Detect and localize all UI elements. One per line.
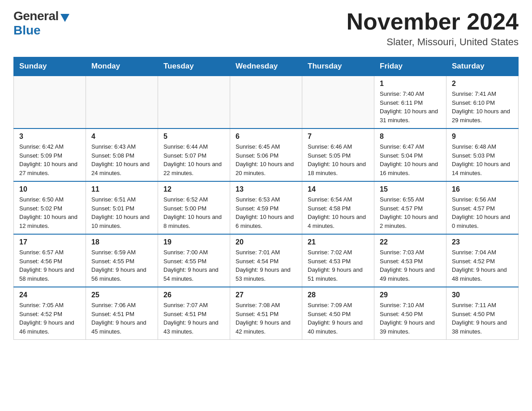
calendar-cell: 25Sunrise: 7:06 AM Sunset: 4:51 PM Dayli…: [86, 287, 158, 340]
logo-general-text: General: [13, 9, 59, 23]
day-number: 3: [19, 133, 80, 141]
logo: General Blue: [13, 9, 69, 38]
day-number: 14: [308, 185, 369, 193]
day-info: Sunrise: 6:55 AM Sunset: 4:57 PM Dayligh…: [380, 195, 441, 230]
day-number: 4: [91, 133, 152, 141]
day-info: Sunrise: 6:57 AM Sunset: 4:56 PM Dayligh…: [19, 248, 80, 283]
day-number: 6: [236, 133, 296, 141]
calendar-cell: 12Sunrise: 6:52 AM Sunset: 5:00 PM Dayli…: [158, 181, 230, 234]
calendar-cell: 30Sunrise: 7:11 AM Sunset: 4:50 PM Dayli…: [446, 287, 519, 340]
calendar-cell: 3Sunrise: 6:42 AM Sunset: 5:09 PM Daylig…: [14, 128, 86, 181]
calendar-cell: 27Sunrise: 7:08 AM Sunset: 4:51 PM Dayli…: [230, 287, 302, 340]
calendar-cell: 16Sunrise: 6:56 AM Sunset: 4:57 PM Dayli…: [446, 181, 519, 234]
day-info: Sunrise: 7:04 AM Sunset: 4:52 PM Dayligh…: [452, 248, 513, 283]
day-number: 18: [91, 238, 152, 246]
logo-blue-text: Blue: [13, 23, 41, 38]
header-sunday: Sunday: [14, 57, 86, 76]
day-number: 1: [380, 80, 441, 88]
day-info: Sunrise: 6:52 AM Sunset: 5:00 PM Dayligh…: [163, 195, 224, 230]
calendar-cell: 14Sunrise: 6:54 AM Sunset: 4:58 PM Dayli…: [302, 181, 374, 234]
day-number: 7: [308, 133, 369, 141]
calendar-header: SundayMondayTuesdayWednesdayThursdayFrid…: [14, 57, 519, 76]
calendar-cell: 20Sunrise: 7:01 AM Sunset: 4:54 PM Dayli…: [230, 234, 302, 287]
day-number: 21: [308, 238, 369, 246]
day-info: Sunrise: 6:50 AM Sunset: 5:02 PM Dayligh…: [19, 195, 80, 230]
calendar-cell: [302, 76, 374, 128]
calendar-body: 1Sunrise: 7:40 AM Sunset: 6:11 PM Daylig…: [14, 76, 519, 340]
calendar-cell: 9Sunrise: 6:48 AM Sunset: 5:03 PM Daylig…: [446, 128, 519, 181]
calendar-cell: [86, 76, 158, 128]
day-info: Sunrise: 7:08 AM Sunset: 4:51 PM Dayligh…: [236, 301, 296, 336]
header-thursday: Thursday: [302, 57, 374, 76]
header-friday: Friday: [374, 57, 446, 76]
calendar-cell: 2Sunrise: 7:41 AM Sunset: 6:10 PM Daylig…: [446, 76, 519, 128]
day-info: Sunrise: 6:51 AM Sunset: 5:01 PM Dayligh…: [91, 195, 152, 230]
day-number: 28: [308, 291, 369, 299]
day-info: Sunrise: 7:03 AM Sunset: 4:53 PM Dayligh…: [380, 248, 441, 283]
calendar-cell: 8Sunrise: 6:47 AM Sunset: 5:04 PM Daylig…: [374, 128, 446, 181]
header-saturday: Saturday: [446, 57, 519, 76]
day-info: Sunrise: 6:56 AM Sunset: 4:57 PM Dayligh…: [452, 195, 513, 230]
day-info: Sunrise: 7:09 AM Sunset: 4:50 PM Dayligh…: [308, 301, 369, 336]
calendar-week-4: 17Sunrise: 6:57 AM Sunset: 4:56 PM Dayli…: [14, 234, 519, 287]
calendar-cell: 17Sunrise: 6:57 AM Sunset: 4:56 PM Dayli…: [14, 234, 86, 287]
calendar-cell: 29Sunrise: 7:10 AM Sunset: 4:50 PM Dayli…: [374, 287, 446, 340]
day-number: 17: [19, 238, 80, 246]
day-info: Sunrise: 6:48 AM Sunset: 5:03 PM Dayligh…: [452, 142, 513, 177]
calendar-cell: 18Sunrise: 6:59 AM Sunset: 4:55 PM Dayli…: [86, 234, 158, 287]
day-info: Sunrise: 7:10 AM Sunset: 4:50 PM Dayligh…: [380, 301, 441, 336]
month-title: November 2024: [347, 9, 519, 34]
header-wednesday: Wednesday: [230, 57, 302, 76]
header-monday: Monday: [86, 57, 158, 76]
day-info: Sunrise: 7:05 AM Sunset: 4:52 PM Dayligh…: [19, 301, 80, 336]
calendar-cell: 19Sunrise: 7:00 AM Sunset: 4:55 PM Dayli…: [158, 234, 230, 287]
day-info: Sunrise: 6:42 AM Sunset: 5:09 PM Dayligh…: [19, 142, 80, 177]
location-subtitle: Slater, Missouri, United States: [347, 36, 519, 48]
calendar-cell: 7Sunrise: 6:46 AM Sunset: 5:05 PM Daylig…: [302, 128, 374, 181]
day-number: 26: [163, 291, 224, 299]
calendar-header-row: SundayMondayTuesdayWednesdayThursdayFrid…: [14, 57, 519, 76]
day-number: 25: [91, 291, 152, 299]
day-number: 11: [91, 185, 152, 193]
day-info: Sunrise: 6:47 AM Sunset: 5:04 PM Dayligh…: [380, 142, 441, 177]
day-info: Sunrise: 6:45 AM Sunset: 5:06 PM Dayligh…: [236, 142, 296, 177]
calendar-cell: 24Sunrise: 7:05 AM Sunset: 4:52 PM Dayli…: [14, 287, 86, 340]
day-info: Sunrise: 7:01 AM Sunset: 4:54 PM Dayligh…: [236, 248, 296, 283]
day-number: 13: [236, 185, 296, 193]
day-number: 29: [380, 291, 441, 299]
calendar-cell: 28Sunrise: 7:09 AM Sunset: 4:50 PM Dayli…: [302, 287, 374, 340]
day-number: 27: [236, 291, 296, 299]
calendar-cell: [158, 76, 230, 128]
calendar-cell: 1Sunrise: 7:40 AM Sunset: 6:11 PM Daylig…: [374, 76, 446, 128]
day-info: Sunrise: 6:59 AM Sunset: 4:55 PM Dayligh…: [91, 248, 152, 283]
calendar-cell: [230, 76, 302, 128]
calendar-week-5: 24Sunrise: 7:05 AM Sunset: 4:52 PM Dayli…: [14, 287, 519, 340]
day-info: Sunrise: 7:02 AM Sunset: 4:53 PM Dayligh…: [308, 248, 369, 283]
day-info: Sunrise: 7:11 AM Sunset: 4:50 PM Dayligh…: [452, 301, 513, 336]
calendar-week-1: 1Sunrise: 7:40 AM Sunset: 6:11 PM Daylig…: [14, 76, 519, 128]
day-info: Sunrise: 6:46 AM Sunset: 5:05 PM Dayligh…: [308, 142, 369, 177]
day-number: 12: [163, 185, 224, 193]
day-number: 9: [452, 133, 513, 141]
day-number: 15: [380, 185, 441, 193]
day-number: 5: [163, 133, 224, 141]
calendar-cell: 15Sunrise: 6:55 AM Sunset: 4:57 PM Dayli…: [374, 181, 446, 234]
day-number: 20: [236, 238, 296, 246]
day-info: Sunrise: 6:44 AM Sunset: 5:07 PM Dayligh…: [163, 142, 224, 177]
calendar-week-3: 10Sunrise: 6:50 AM Sunset: 5:02 PM Dayli…: [14, 181, 519, 234]
calendar-cell: 22Sunrise: 7:03 AM Sunset: 4:53 PM Dayli…: [374, 234, 446, 287]
calendar-cell: 26Sunrise: 7:07 AM Sunset: 4:51 PM Dayli…: [158, 287, 230, 340]
day-info: Sunrise: 7:07 AM Sunset: 4:51 PM Dayligh…: [163, 301, 224, 336]
page-header: General Blue November 2024 Slater, Misso…: [13, 9, 519, 48]
day-info: Sunrise: 7:40 AM Sunset: 6:11 PM Dayligh…: [380, 90, 441, 124]
day-number: 2: [452, 80, 513, 88]
day-number: 8: [380, 133, 441, 141]
header-tuesday: Tuesday: [158, 57, 230, 76]
day-info: Sunrise: 7:41 AM Sunset: 6:10 PM Dayligh…: [452, 90, 513, 124]
day-number: 22: [380, 238, 441, 246]
day-info: Sunrise: 7:06 AM Sunset: 4:51 PM Dayligh…: [91, 301, 152, 336]
day-info: Sunrise: 6:54 AM Sunset: 4:58 PM Dayligh…: [308, 195, 369, 230]
calendar-cell: [14, 76, 86, 128]
day-number: 30: [452, 291, 513, 299]
calendar-cell: 13Sunrise: 6:53 AM Sunset: 4:59 PM Dayli…: [230, 181, 302, 234]
